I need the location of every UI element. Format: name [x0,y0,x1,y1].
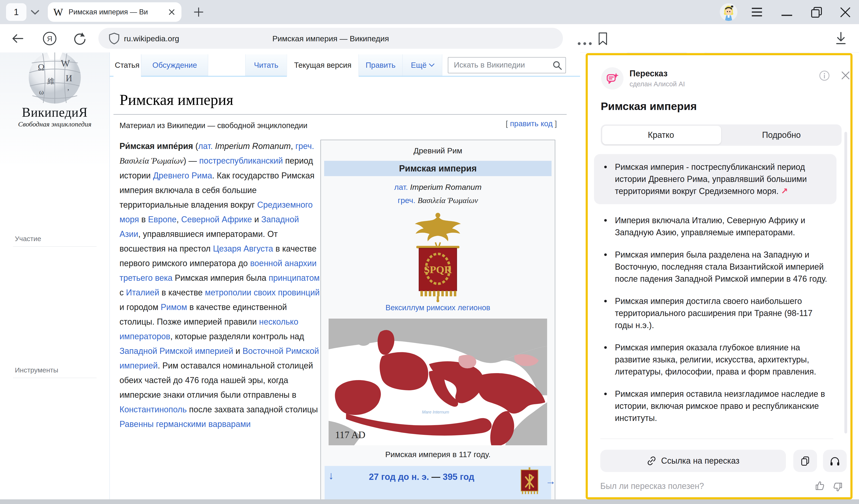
retell-panel-icon [601,67,623,90]
tab-detailed[interactable]: Подробно [721,124,842,146]
wikipedia-page: Ω W И 維 ʼ ω ВикипедиЯ Свободная энциклоп… [0,52,580,499]
sidebar-section-header: Участие [15,235,41,243]
profile-avatar[interactable] [720,3,737,21]
infobox-period-band: ↓ 27 год до н. э. — 395 год → [325,466,551,499]
vexillum-image[interactable]: SPQR [403,210,473,302]
tab-article[interactable]: Статья [114,54,141,77]
summary-bullet: Римская империя оставила неизгладимое на… [601,388,830,424]
copy-button[interactable] [793,450,817,472]
wikipedia-tagline: Свободная энциклопедия [0,120,109,128]
sidebar-section-header: Инструменты [15,366,58,374]
window-bottom-edge [0,499,859,504]
search-input[interactable] [453,59,552,71]
tab-group-chevron-icon[interactable] [30,9,40,15]
right-arrow-icon[interactable]: → [545,475,556,487]
summary-link-button[interactable]: Ссылка на пересказ [600,450,786,472]
tab-read[interactable]: Читать [245,54,287,76]
close-window-icon[interactable] [840,6,851,18]
tab-group-count: 1 [14,7,18,17]
chevron-down-icon [429,61,435,66]
infobox-latin-name: лат. Imperium Romanum [321,183,555,192]
sidebar-divider [13,246,96,247]
retell-panel: Пересказ сделан Алисой AI Римская импери… [586,53,853,499]
map-caption: Римская империя в 117 году. [321,450,555,459]
summary-heading: Римская империя [601,100,697,112]
map-year-label: 117 AD [335,429,365,440]
infobox: Древний Рим Римская империя лат. Imperiu… [320,140,555,499]
svg-text:Ω: Ω [38,62,45,72]
close-panel-icon[interactable] [840,70,851,81]
infobox-name: Римская империя [324,161,552,176]
yandex-icon[interactable]: Я [42,31,57,46]
tab-title: Римская империя — Ви [69,8,167,16]
svg-text:И: И [66,73,72,83]
wiki-search-box[interactable] [448,57,566,73]
panel-divider [600,439,833,439]
address-bar: Я ru.wikipedia.org Римская империя — Вик… [0,24,859,53]
chi-rho-banner-flag[interactable] [517,467,542,497]
svg-text:SPQR: SPQR [424,264,452,275]
wikipedia-wordmark[interactable]: ВикипедиЯ [0,105,109,120]
infobox-topline[interactable]: Древний Рим [321,146,555,155]
summary-bullet: Римская империя была разделена на Западн… [601,249,830,285]
tab-current-version[interactable]: Текущая версия [287,54,359,77]
thumb-down-icon[interactable] [832,481,843,493]
tab-close-icon[interactable] [167,8,176,16]
feedback-question: Был ли пересказ полезен? [600,481,704,491]
sidebar-tools-links [15,383,94,386]
reload-icon[interactable] [72,31,87,46]
article-title: Римская империя [120,91,233,109]
article-subtitle: Материал из Википедии — свободной энцикл… [120,121,307,130]
svg-text:W: W [61,58,70,69]
restore-icon[interactable] [811,6,823,18]
empire-map[interactable]: Mare Internum 117 AD [328,319,547,445]
title-rule [114,114,567,114]
info-icon[interactable] [819,70,830,81]
panel-title: Пересказ [630,69,667,78]
wikipedia-globe-logo[interactable]: Ω W И 維 ʼ ω [23,52,86,105]
panel-scrollbar[interactable] [844,132,847,433]
map-sea-label: Mare Internum [422,410,449,414]
wiki-tab-row: Статья Обсуждение Читать Текущая версия … [110,52,580,77]
screen: 1 W Римская империя — Ви [0,0,859,504]
edit-code[interactable]: править код [510,119,553,128]
external-link-icon[interactable]: ↗ [779,186,788,196]
svg-text:Я: Я [47,34,52,43]
tab-group-chip[interactable]: 1 [6,3,27,21]
summary-bullet: Империя включала Италию, Северную Африку… [601,214,830,239]
minimize-icon[interactable] [781,14,793,16]
link-icon [647,456,657,466]
svg-text:維: 維 [47,77,55,85]
menu-icon[interactable] [751,7,763,17]
summary-bullet: Римская империя достигла своего наибольш… [601,295,830,331]
vexillum-caption[interactable]: Вексиллум римских легионов [321,303,555,312]
tab-edit[interactable]: Править [359,54,403,76]
infobox-greek-name: греч. Βασιλεία Ῥωμαίων [321,196,555,205]
svg-text:ω: ω [39,88,44,96]
url-field[interactable]: ru.wikipedia.org Римская империя — Викип… [99,28,563,49]
browser-tab[interactable]: W Римская империя — Ви [48,2,181,22]
svg-text:ʼ: ʼ [67,88,70,96]
listen-button[interactable] [823,450,847,472]
bookmark-icon[interactable] [597,32,609,46]
summary-bullets: Римская империя - постреспубликанский пе… [601,154,833,434]
browser-tabstrip: 1 W Римская империя — Ви [0,0,859,24]
wikipedia-favicon: W [54,6,63,18]
empire-period[interactable]: 27 год до н. э. — 395 год [325,472,518,482]
summary-bullet: Римская империя оказала глубокое влияние… [601,341,830,378]
back-icon[interactable] [11,32,24,45]
wiki-sidebar: Ω W И 維 ʼ ω ВикипедиЯ Свободная энциклоп… [0,52,110,499]
summary-bullet: Римская империя - постреспубликанский пе… [594,154,837,204]
thumb-up-icon[interactable] [814,480,826,491]
search-icon[interactable] [552,60,562,71]
new-tab-button[interactable] [190,4,207,20]
article-lead-paragraph: Ри́мская импе́рия (лат. Imperium Romanum… [120,139,321,431]
download-icon[interactable] [833,31,848,46]
panel-subtitle: сделан Алисой AI [630,80,685,88]
page-title: Римская империя — Википедия [99,34,563,43]
more-icon[interactable] [577,42,593,45]
tab-talk[interactable]: Обсуждение [141,54,208,76]
tab-more[interactable]: Ещё [402,54,442,76]
summary-mode-switch: Кратко Подробно [601,124,842,146]
tab-brief[interactable]: Кратко [601,124,721,146]
